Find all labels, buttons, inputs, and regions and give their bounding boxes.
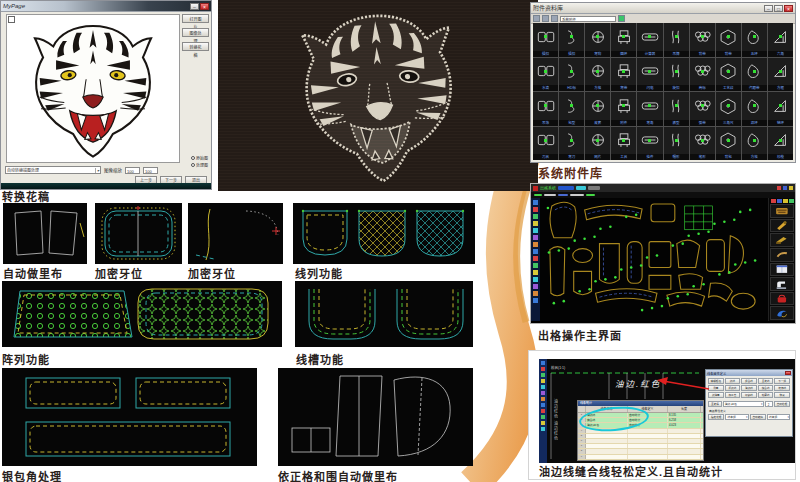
minimize-icon[interactable] bbox=[789, 186, 793, 190]
library-item[interactable]: 三角尺 bbox=[716, 92, 741, 126]
library-item[interactable]: 笔形 bbox=[690, 127, 715, 161]
book-icon[interactable] bbox=[770, 263, 794, 277]
tool-button[interactable] bbox=[533, 284, 538, 289]
tool-button[interactable] bbox=[533, 228, 538, 233]
auto-convert-button[interactable]: 自动转换 bbox=[750, 414, 766, 420]
menu-chip[interactable] bbox=[576, 186, 586, 190]
dialog-button[interactable]: 装饰线 bbox=[774, 385, 790, 391]
dialog-button[interactable]: 油边线 bbox=[741, 385, 757, 391]
select-checkbox[interactable] bbox=[8, 16, 15, 23]
library-item[interactable]: 弯钩 bbox=[585, 23, 610, 57]
library-item[interactable]: 帽形 bbox=[664, 127, 689, 161]
converter-titlebar[interactable]: MyPage – × bbox=[1, 1, 211, 12]
dialog-button[interactable]: 下一组 bbox=[774, 378, 790, 384]
library-item[interactable]: 圆环 bbox=[611, 23, 636, 57]
tool-button[interactable] bbox=[541, 379, 545, 383]
library-item[interactable]: 水滴 bbox=[533, 58, 558, 92]
close-icon[interactable]: × bbox=[784, 5, 793, 12]
strap-icon[interactable] bbox=[770, 248, 794, 262]
library-item[interactable]: 方格 bbox=[742, 127, 767, 161]
select-all-button[interactable]: 全选择 bbox=[708, 401, 722, 407]
mode-select[interactable]: 自动转换描图处理 ▾ bbox=[5, 166, 101, 174]
tool-button[interactable] bbox=[541, 427, 545, 431]
green-button[interactable] bbox=[789, 199, 794, 203]
library-item[interactable]: 方框 bbox=[768, 58, 793, 92]
library-item[interactable]: 五环 bbox=[742, 23, 767, 57]
tool-button[interactable] bbox=[533, 298, 538, 303]
dialog-titlebar[interactable]: 线条属性定义 bbox=[706, 370, 792, 376]
library-item[interactable]: 背带 bbox=[690, 23, 715, 57]
library-item[interactable]: 双环 bbox=[742, 92, 767, 126]
library-item[interactable]: 工具 bbox=[611, 127, 636, 161]
dialog-button[interactable]: 编辑颜色 bbox=[708, 378, 724, 384]
library-item[interactable]: 方格 bbox=[585, 58, 610, 92]
library-item[interactable]: 刀具 bbox=[533, 127, 558, 161]
yellow-button[interactable] bbox=[783, 199, 788, 203]
tool-button[interactable] bbox=[533, 242, 538, 247]
height-input[interactable]: 100 bbox=[143, 167, 158, 174]
library-item[interactable]: 商标 bbox=[690, 58, 715, 92]
pattern-canvas[interactable] bbox=[540, 198, 768, 321]
refresh-icon[interactable] bbox=[618, 15, 625, 22]
tool-button[interactable] bbox=[533, 249, 538, 254]
dialog-button[interactable]: 恢复 bbox=[774, 392, 790, 398]
dialog-button[interactable]: 组合线 bbox=[741, 378, 757, 384]
close-icon[interactable] bbox=[777, 186, 781, 190]
line-type-select[interactable]: 油边.红色▾ bbox=[723, 401, 764, 407]
width-input[interactable]: 100 bbox=[125, 167, 140, 174]
library-item[interactable]: 皮套 bbox=[585, 92, 610, 126]
library-titlebar[interactable]: 附件资料库 – □ × bbox=[531, 3, 795, 14]
library-item[interactable]: 背包 bbox=[716, 127, 741, 161]
library-item[interactable]: 工艺纹 bbox=[716, 58, 741, 92]
tool-button[interactable] bbox=[541, 409, 545, 413]
tool-button[interactable] bbox=[533, 270, 538, 275]
library-item[interactable]: 弯角 bbox=[637, 92, 662, 126]
library-item[interactable]: 附件 bbox=[611, 92, 636, 126]
red-button[interactable] bbox=[771, 199, 776, 203]
library-item[interactable]: 插扣 bbox=[559, 23, 584, 57]
dialog-button[interactable]: 切割线 bbox=[741, 392, 757, 398]
library-item[interactable]: 弯刀 bbox=[559, 127, 584, 161]
dialog-button[interactable]: 加工艺 bbox=[725, 392, 741, 398]
library-item[interactable]: 包型 bbox=[559, 92, 584, 126]
library-item[interactable]: 吊饰 bbox=[533, 92, 558, 126]
tool-chip[interactable] bbox=[586, 194, 595, 196]
tool-button[interactable] bbox=[541, 403, 545, 407]
assign-button[interactable]: 指定处理 bbox=[708, 414, 724, 420]
dialog-button[interactable]: 测量 bbox=[708, 385, 724, 391]
open-image-button[interactable]: 打开图片 bbox=[182, 14, 209, 23]
tool-button[interactable] bbox=[541, 385, 545, 389]
tool-button[interactable] bbox=[541, 391, 545, 395]
radio-original[interactable]: 原始图 bbox=[191, 155, 208, 161]
cutter-icon[interactable] bbox=[770, 233, 794, 247]
close-icon[interactable] bbox=[785, 371, 791, 375]
tool-button[interactable] bbox=[533, 256, 538, 261]
tool-button[interactable] bbox=[541, 415, 545, 419]
dialog-button[interactable]: 缝合线 bbox=[758, 385, 774, 391]
banner-icon[interactable] bbox=[770, 204, 794, 218]
library-item[interactable]: 汽眼带 bbox=[742, 58, 767, 92]
tool-button[interactable] bbox=[541, 421, 545, 425]
library-item[interactable]: 背带 bbox=[716, 23, 741, 57]
process-image-button[interactable]: 图像处理 bbox=[182, 28, 209, 37]
menu-chip[interactable] bbox=[588, 186, 600, 190]
tool-button[interactable] bbox=[541, 397, 545, 401]
maximize-icon[interactable]: □ bbox=[774, 5, 783, 12]
auto-apply-button[interactable]: 自动处理 bbox=[774, 401, 790, 407]
category-select[interactable]: 系统附件 bbox=[560, 16, 616, 22]
library-item[interactable]: 挂件 bbox=[637, 127, 662, 161]
open-icon[interactable] bbox=[542, 15, 549, 22]
tool-chip[interactable] bbox=[558, 194, 568, 196]
line-group-select-2[interactable]: 线条组▾ bbox=[767, 414, 790, 420]
tool-button[interactable] bbox=[533, 291, 538, 296]
save-icon[interactable] bbox=[551, 15, 558, 22]
tool-chip[interactable] bbox=[534, 194, 542, 196]
tool-button[interactable] bbox=[533, 214, 538, 219]
library-item[interactable]: 裤型 bbox=[664, 92, 689, 126]
sewing-machine-icon[interactable] bbox=[770, 277, 794, 291]
tools-icon[interactable] bbox=[770, 219, 794, 233]
library-item[interactable]: 闪电 bbox=[637, 58, 662, 92]
library-item[interactable]: 网片 bbox=[585, 127, 610, 161]
tool-button[interactable] bbox=[533, 221, 538, 226]
line-group-select-1[interactable]: 线条组▾ bbox=[725, 414, 748, 420]
